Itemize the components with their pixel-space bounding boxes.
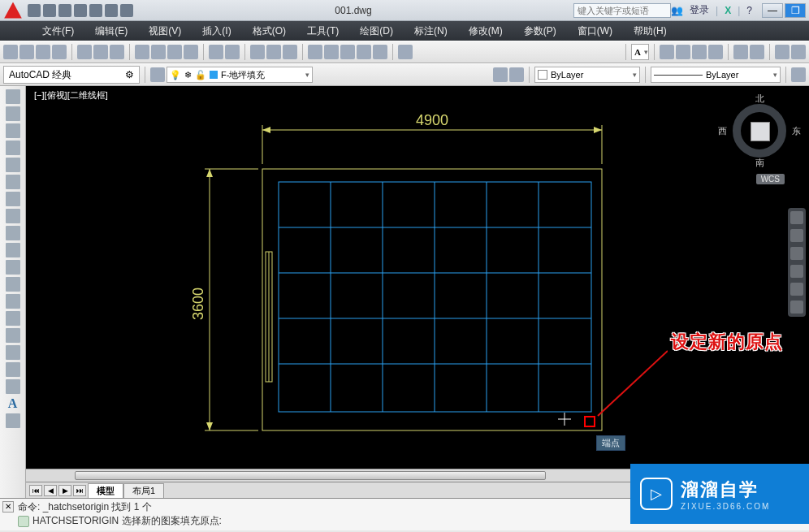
layer-props-icon[interactable]: [150, 67, 165, 82]
tool-gradient[interactable]: [6, 345, 20, 360]
menu-draw[interactable]: 绘图(D): [360, 24, 393, 38]
menu-file[interactable]: 文件(F): [42, 24, 74, 38]
menu-dimension[interactable]: 标注(N): [414, 24, 448, 38]
compass-west[interactable]: 西: [718, 125, 727, 137]
menu-parametric[interactable]: 参数(P): [524, 24, 556, 38]
tb-redo-icon[interactable]: [225, 45, 240, 59]
qat-undo-icon[interactable]: [105, 4, 118, 17]
compass-south[interactable]: 南: [755, 157, 764, 169]
scrollbar-thumb[interactable]: [75, 471, 546, 480]
color-dropdown[interactable]: ByLayer ▾: [534, 67, 640, 83]
tb-group-icon[interactable]: [750, 45, 764, 59]
tb-help-icon[interactable]: [398, 45, 413, 59]
tb-paste-icon[interactable]: [167, 45, 182, 59]
nav-pan-icon[interactable]: [790, 229, 803, 242]
tab-layout1[interactable]: 布局1: [123, 483, 164, 498]
qat-redo-icon[interactable]: [120, 4, 133, 17]
nav-orbit-icon[interactable]: [790, 265, 803, 278]
tb-zoom-icon[interactable]: [266, 45, 281, 59]
tool-arc[interactable]: [6, 175, 20, 189]
tb-save-icon[interactable]: [36, 45, 50, 59]
cmd-close-button[interactable]: ✕: [2, 501, 14, 513]
tab-nav-first[interactable]: ⏮: [29, 485, 42, 496]
workspace-dropdown[interactable]: AutoCAD 经典 ⚙: [3, 66, 140, 84]
tool-point[interactable]: [6, 311, 20, 326]
tool-ellipse[interactable]: [6, 243, 20, 257]
tb-undo-icon[interactable]: [209, 45, 223, 59]
tool-block[interactable]: [6, 294, 20, 309]
tool-addsel[interactable]: [6, 413, 20, 428]
search-input[interactable]: [573, 3, 671, 18]
menu-view[interactable]: 视图(V): [149, 24, 181, 38]
tool-line[interactable]: [6, 89, 20, 104]
drawing-canvas[interactable]: [−][俯视][二维线框] 4900: [26, 86, 809, 498]
help-icon[interactable]: ?: [746, 5, 752, 16]
wcs-badge[interactable]: WCS: [756, 174, 785, 184]
layer-iso-icon[interactable]: [509, 67, 524, 82]
tool-xline[interactable]: [6, 106, 20, 121]
nav-settings-icon[interactable]: [790, 301, 803, 314]
tb-table-icon[interactable]: [676, 45, 690, 59]
tb-preview-icon[interactable]: [93, 45, 108, 59]
tb-calc-icon[interactable]: [373, 45, 387, 59]
menu-window[interactable]: 窗口(W): [578, 24, 612, 38]
tool-rect[interactable]: [6, 158, 20, 172]
qat-print-icon[interactable]: [89, 4, 102, 17]
tb-print-icon[interactable]: [77, 45, 92, 59]
exchange-icon[interactable]: X: [725, 5, 731, 16]
tb-block-icon[interactable]: [733, 45, 748, 59]
tab-nav-last[interactable]: ⏭: [73, 485, 86, 496]
qat-saveas-icon[interactable]: [74, 4, 87, 17]
layer-state-icon[interactable]: [493, 67, 508, 82]
maximize-button[interactable]: ❐: [785, 3, 806, 18]
qat-open-icon[interactable]: [43, 4, 56, 17]
tb-cut-icon[interactable]: [135, 45, 149, 59]
tool-ellarc[interactable]: [6, 260, 20, 275]
tb-props-icon[interactable]: [308, 45, 322, 59]
compass-cube[interactable]: [751, 122, 770, 141]
tb-dim-icon[interactable]: [660, 45, 674, 59]
textstyle-dropdown[interactable]: A▾: [631, 44, 649, 60]
layer-dropdown[interactable]: 💡 ❄ 🔓 F-地坪填充 ▾: [167, 67, 313, 83]
tb-publish-icon[interactable]: [110, 45, 124, 59]
compass-north[interactable]: 北: [755, 93, 764, 105]
tb-new-icon[interactable]: [3, 45, 18, 59]
tab-model[interactable]: 模型: [88, 483, 123, 498]
tab-nav-prev[interactable]: ◀: [44, 485, 57, 496]
nav-zoom-icon[interactable]: [790, 247, 803, 260]
tb-saveas-icon[interactable]: [52, 45, 67, 59]
tb-copy-icon[interactable]: [151, 45, 166, 59]
tb-mleader-icon[interactable]: [692, 45, 707, 59]
menu-help[interactable]: 帮助(H): [634, 24, 667, 38]
tb-measure-icon[interactable]: [775, 45, 790, 59]
qat-save-icon[interactable]: [58, 4, 71, 17]
qat-new-icon[interactable]: [28, 4, 41, 17]
minimize-button[interactable]: —: [762, 3, 783, 18]
nav-showui-icon[interactable]: [790, 283, 803, 296]
tab-nav-next[interactable]: ▶: [58, 485, 71, 496]
view-compass[interactable]: 北 南 东 西: [723, 94, 796, 167]
menu-edit[interactable]: 编辑(E): [95, 24, 128, 38]
tool-region[interactable]: [6, 362, 20, 377]
tool-revcloud[interactable]: [6, 209, 20, 223]
tool-polygon[interactable]: [6, 141, 20, 155]
lineweight-icon[interactable]: [791, 67, 806, 82]
nav-wheel-icon[interactable]: [790, 211, 803, 224]
tb-pan-icon[interactable]: [250, 45, 265, 59]
menu-format[interactable]: 格式(O): [253, 24, 286, 38]
linetype-dropdown[interactable]: ByLayer ▾: [651, 67, 781, 83]
signin-button[interactable]: 登录: [690, 3, 709, 17]
menu-tools[interactable]: 工具(T): [307, 24, 339, 38]
compass-east[interactable]: 东: [792, 125, 801, 137]
signin-icon[interactable]: 👥: [671, 5, 683, 16]
app-logo[interactable]: [3, 2, 23, 19]
tool-spline[interactable]: [6, 226, 20, 240]
tb-light-icon[interactable]: [791, 45, 806, 59]
tb-zoomext-icon[interactable]: [283, 45, 297, 59]
tb-open-icon[interactable]: [19, 45, 34, 59]
tb-layer-icon[interactable]: [708, 45, 723, 59]
tb-tool-icon[interactable]: [340, 45, 355, 59]
tb-sheet-icon[interactable]: [324, 45, 339, 59]
tb-match-icon[interactable]: [184, 45, 198, 59]
tool-hatch[interactable]: [6, 328, 20, 343]
